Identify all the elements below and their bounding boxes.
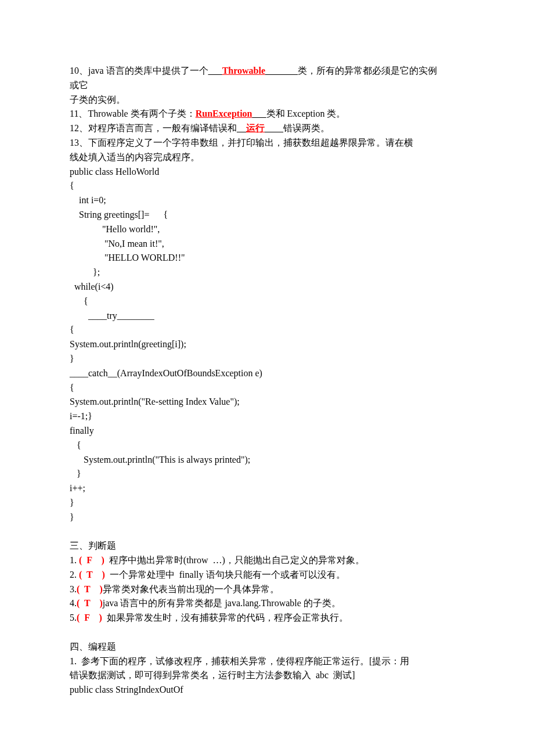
text-segment: } [70,354,74,363]
text-line: { [70,323,464,337]
text-segment: while(i<4) [70,282,114,291]
text-line: } [70,510,464,525]
document-page: 10、java 语言的类库中提供了一个___Throwable_______类，… [0,0,534,756]
text-segment: System.out.println("This is always print… [70,455,250,465]
text-segment: finally [70,426,94,435]
text-line: String greetings[]= { [70,208,464,222]
text-line [70,625,464,640]
text-segment: System.out.println(greeting[i]); [70,339,186,349]
text-line: ____catch__(ArrayIndexOutOfBoundsExcepti… [70,366,464,381]
text-line: 11、Throwable 类有两个子类：RunException___类和 Ex… [70,107,464,121]
text-line: } [70,352,464,366]
text-line: System.out.println("Re-setting Index Val… [70,395,464,409]
text-line: finally [70,424,464,438]
text-segment: 4. [70,598,77,608]
text-segment: public class HelloWorld [70,167,159,177]
text-line: } [70,496,464,510]
text-segment: 13、下面程序定义了一个字符串数组，并打印输出，捕获数组超越界限异常。请在横 [70,138,413,147]
text-segment: Throwable [222,66,265,75]
text-segment: 如果异常发生时，没有捕获异常的代码，程序会正常执行。 [102,613,348,622]
text-line: 子类的实例。 [70,93,464,107]
text-line: int i=0; [70,193,464,208]
text-segment: ( T ) [77,584,103,594]
text-segment: 错误两类。 [283,123,330,133]
text-segment: 子类的实例。 [70,95,125,105]
text-segment: 5. [70,613,77,622]
text-segment: ____ [265,123,283,133]
text-segment: java 语言中的所有异常类都是 java.lang.Throwable 的子类… [103,598,341,608]
text-line: 1. ( F ) 程序中抛出异常时(throw …)，只能抛出自己定义的异常对象… [70,553,464,568]
text-line: { [70,381,464,395]
text-line: 4.( T )java 语言中的所有异常类都是 java.lang.Throwa… [70,596,464,611]
text-segment: ____catch__(ArrayIndexOutOfBoundsExcepti… [70,368,262,378]
text-line: 12、对程序语言而言，一般有编译错误和__运行____错误两类。 [70,121,464,136]
text-segment: 一个异常处理中 finally 语句块只能有一个或者可以没有。 [105,570,345,579]
text-segment: 或它 [70,80,88,90]
text-segment: public class StringIndexOutOf [70,685,183,694]
text-segment: ( T ) [79,570,105,579]
text-segment: RunException [196,109,252,118]
text-line: public class HelloWorld [70,165,464,179]
text-segment: { [70,181,74,190]
text-segment: 类，所有的异常都必须是它的实例 [298,66,437,75]
text-line: System.out.println(greeting[i]); [70,337,464,352]
text-segment: { [70,383,74,393]
text-line: 1. 参考下面的程序，试修改程序，捕获相关异常，使得程序能正常运行。[提示：用 [70,654,464,669]
text-line: 3.( T )异常类对象代表当前出现的一个具体异常。 [70,582,464,597]
text-line: 三、判断题 [70,539,464,553]
text-segment: } [70,469,81,478]
text-segment: 类和 Exception 类。 [266,109,346,118]
text-segment: 三、判断题 [70,541,116,550]
text-line: i=-1;} [70,409,464,424]
text-segment: "No,I mean it!", [70,239,164,249]
text-line: 2. ( T ) 一个异常处理中 finally 语句块只能有一个或者可以没有。 [70,568,464,582]
text-line: public class StringIndexOutOf [70,683,464,697]
text-segment: ____try________ [70,311,154,321]
text-line: 错误数据测试，即可得到异常类名，运行时主方法参数输入 abc 测试] [70,668,464,683]
text-line: } [70,467,464,481]
text-segment: int i=0; [70,195,106,205]
text-segment: "HELLO WORLD!!" [70,253,185,262]
text-segment: 11、Throwable 类有两个子类： [70,109,196,118]
text-line: 10、java 语言的类库中提供了一个___Throwable_______类，… [70,64,464,78]
text-segment: _______ [265,66,298,75]
text-segment: 异常类对象代表当前出现的一个具体异常。 [103,584,279,594]
text-segment: 1. 参考下面的程序，试修改程序，捕获相关异常，使得程序能正常运行。[提示：用 [70,656,409,666]
text-line: 线处填入适当的内容完成程序。 [70,150,464,165]
text-segment: 12、对程序语言而言，一般有编译错误和 [70,123,237,133]
text-line: 四、编程题 [70,640,464,654]
text-segment: 2. [70,570,79,579]
text-line: "No,I mean it!", [70,237,464,251]
text-line: "HELLO WORLD!!" [70,251,464,265]
text-line: 或它 [70,78,464,93]
text-line: 5.( F ) 如果异常发生时，没有捕获异常的代码，程序会正常执行。 [70,611,464,625]
text-segment: ( T ) [77,598,103,608]
text-segment: i=-1;} [70,411,92,421]
text-line: }; [70,265,464,280]
text-segment: 10、java 语言的类库中提供了一个 [70,66,208,75]
text-line: 13、下面程序定义了一个字符串数组，并打印输出，捕获数组超越界限异常。请在横 [70,136,464,150]
text-line: i++; [70,481,464,496]
text-segment: __ [237,123,246,133]
text-segment: 1. [70,555,79,565]
text-line: "Hello world!", [70,222,464,237]
text-segment: } [70,512,74,522]
text-segment: { [70,296,88,306]
text-line: { [70,294,464,309]
text-segment: 运行 [246,123,265,133]
text-segment: String greetings[]= { [70,210,168,219]
text-segment: ___ [208,66,222,75]
text-segment: { [70,440,81,450]
text-line: { [70,438,464,453]
text-segment: i++; [70,483,85,493]
text-segment: { [70,325,74,334]
text-segment: ___ [252,109,266,118]
text-segment: 程序中抛出异常时(throw …)，只能抛出自己定义的异常对象。 [104,555,365,565]
text-segment: 四、编程题 [70,642,116,651]
text-segment: ( F ) [79,555,104,565]
text-segment: System.out.println("Re-setting Index Val… [70,397,240,406]
text-line [70,525,464,539]
text-line: while(i<4) [70,280,464,294]
text-segment: 3. [70,584,77,594]
text-line: ____try________ [70,309,464,323]
